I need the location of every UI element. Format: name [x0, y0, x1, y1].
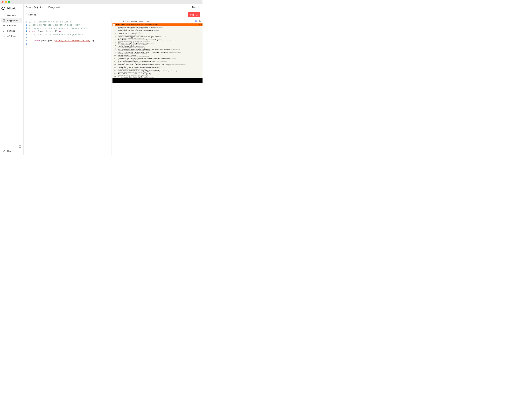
hn-story-subtext[interactable]: 193 points by gdrrt 20 hours ago | hide …: [118, 72, 202, 73]
browser-url-bar[interactable]: https://news.ycombinator.com/: [125, 20, 193, 23]
code-line[interactable]: 8};: [23, 42, 111, 45]
hn-story-title[interactable]: Masks, Smoke, and Mirrors: The story of …: [118, 70, 159, 72]
hn-story-title[interactable]: The Software You Need for Holiday Overde…: [118, 30, 153, 31]
hn-story-title[interactable]: Show HN: I made a website to semanticall…: [118, 39, 162, 41]
hn-story-title[interactable]: Bit Vectors and my first steps into asse…: [118, 42, 148, 44]
project-selector[interactable]: Default Project: [26, 6, 44, 8]
hn-upvote-icon[interactable]: ▲: [116, 73, 118, 76]
hn-story-subtext[interactable]: 983 points by pshagillend 12 hours ago |…: [118, 56, 202, 57]
copy-url-button[interactable]: [195, 20, 197, 23]
hn-nav-new[interactable]: new: [126, 24, 129, 25]
hn-upvote-icon[interactable]: ▲: [116, 70, 118, 73]
hn-story-subtext[interactable]: 23 points by laladrik 5 hours ago | hide…: [118, 47, 202, 48]
collapse-sidebar-button[interactable]: [18, 145, 22, 149]
hn-nav-past[interactable]: past: [130, 24, 133, 25]
hn-upvote-icon[interactable]: ▲: [116, 30, 118, 32]
code-editor[interactable]: 1// Full puppeteer API is available2// p…: [23, 19, 111, 155]
hn-story-subtext[interactable]: 28 points by pseudolus 7 hours ago | hid…: [118, 69, 202, 70]
hn-nav-submit[interactable]: submit: [154, 24, 158, 25]
hn-story-domain[interactable]: (dbos.dev): [154, 30, 159, 31]
hn-story-subtext[interactable]: 104 points by aquastorm 16 hours ago | h…: [118, 65, 202, 67]
hn-story-title[interactable]: Navtive FlameGraphViewer: [118, 45, 137, 47]
hn-story-subtext[interactable]: 36 points by KraftyOne 4 hours ago | hid…: [118, 31, 202, 32]
code-line[interactable]: 4async ({page, browser}) => {: [23, 30, 111, 33]
hn-story-title[interactable]: OKRs for Evil and Good: [118, 33, 134, 34]
hn-story-subtext[interactable]: 331 points by ryegoy_24 14 hours ago | h…: [118, 75, 202, 76]
code-line[interactable]: 7 await page.goto("https://news.ycombina…: [23, 39, 111, 42]
help-link[interactable]: Help: [1, 149, 22, 153]
code-line[interactable]: 5 // Your custom automation code goes he…: [23, 33, 111, 36]
hn-upvote-icon[interactable]: ▲: [116, 51, 118, 54]
code-line[interactable]: 1// Full puppeteer API is available: [23, 20, 111, 23]
minimize-window-button[interactable]: [5, 1, 7, 3]
hn-story-title[interactable]: Exploring LoRA – Part 1: The Idea Behind…: [118, 64, 169, 65]
hn-story-subtext[interactable]: 43 points by janezla 11 hours ago | hide…: [118, 62, 202, 63]
hn-upvote-icon[interactable]: ▲: [116, 76, 118, 78]
hn-story-domain[interactable]: (github.com/jaennaet): [169, 52, 181, 53]
hn-upvote-icon[interactable]: ▲: [116, 45, 118, 48]
hn-story-domain[interactable]: (smidt.dev): [148, 42, 154, 44]
hn-story-domain[interactable]: (admiralcloudberg.medium.com): [159, 70, 177, 72]
hn-upvote-icon[interactable]: ▲: [116, 33, 118, 36]
code-line[interactable]: 6: [23, 36, 111, 39]
hn-story-title[interactable]: CRT Simulation in a GPU Shader, Looks Be…: [118, 48, 170, 50]
hn-nav-comments[interactable]: comments: [134, 24, 141, 25]
browser-back-button[interactable]: [114, 20, 116, 23]
hn-story-subtext[interactable]: 51 points by zdw 7 hours ago | hide | 18…: [118, 38, 202, 39]
hn-story-domain[interactable]: (blurbusters.com): [170, 48, 180, 50]
hn-upvote-icon[interactable]: ▲: [116, 48, 118, 51]
hn-upvote-icon[interactable]: ▲: [116, 39, 118, 42]
hn-story-subtext[interactable]: 904 points by ajdude 17 hours ago | hide…: [118, 53, 202, 54]
sidebar-item-playground[interactable]: Playground: [1, 18, 22, 23]
hn-nav-jobs[interactable]: jobs: [150, 24, 153, 25]
hn-story-domain[interactable]: (github.com/siapy): [157, 61, 167, 62]
hn-story-subtext[interactable]: 128 points by bangonkeyboard 14 hours ag…: [118, 50, 202, 51]
sidebar-item-settings[interactable]: Settings: [1, 28, 22, 33]
browser-reload-button[interactable]: [122, 20, 124, 23]
hn-story-domain[interactable]: (laladrik.xyz): [137, 45, 144, 47]
hn-story-domain[interactable]: (jessitron.com): [135, 33, 143, 34]
hn-story-title[interactable]: macOS menu bar app that shows how full t…: [118, 51, 169, 53]
hn-story-title[interactable]: Are Immutable Linux Distros right for yo…: [118, 76, 147, 78]
hn-story-domain[interactable]: (wolfram.com): [151, 73, 159, 75]
hn-story-subtext[interactable]: 53 points by thunderbong 9 hours ago | h…: [118, 44, 202, 45]
hn-upvote-icon[interactable]: ▲: [116, 36, 118, 39]
hn-login-link[interactable]: login: [199, 24, 202, 25]
close-window-button[interactable]: [2, 1, 4, 3]
sidebar-item-overview[interactable]: Overview: [1, 13, 22, 18]
stop-button[interactable]: Stop: [188, 12, 200, 17]
hn-story-domain[interactable]: (utcc.utoronto.ca): [162, 36, 171, 38]
hn-story-title[interactable]: Spectral Imaging Made Easy: A Powerful P…: [118, 61, 156, 62]
hn-upvote-icon[interactable]: ▲: [116, 57, 118, 60]
hn-upvote-icon[interactable]: ▲: [116, 27, 118, 30]
hn-story-domain[interactable]: (phys.org): [170, 58, 176, 59]
docs-link[interactable]: Docs: [192, 6, 200, 8]
hn-story-title[interactable]: T * sin (t)' ≈ Ornamented Christmas Tree…: [118, 73, 151, 75]
code-line[interactable]: 2// page represents a puppeteer page obj…: [23, 23, 111, 26]
hn-nav-ask[interactable]: ask: [142, 24, 144, 25]
hn-story-domain[interactable]: (linuxblog.io): [147, 76, 154, 78]
sidebar-item-api-keys[interactable]: API Keys: [1, 33, 22, 39]
browser-forward-button[interactable]: [118, 20, 120, 23]
hn-upvote-icon[interactable]: ▲: [116, 42, 118, 45]
inspect-button[interactable]: [199, 20, 201, 23]
hn-story-title[interactable]: Unforgeable Quantum Tokens Delivered ove…: [118, 67, 159, 69]
hn-story-domain[interactable]: (ieee.org): [159, 67, 164, 69]
hn-story-subtext[interactable]: 43 points by wglb 4 hours ago | hide | 4…: [118, 59, 202, 60]
hn-story-subtext[interactable]: 22 points by zdw 3 hours ago | hide | 2 …: [118, 34, 202, 36]
maximize-window-button[interactable]: [8, 1, 10, 3]
hn-story-domain[interactable]: (medium.com/inspiredbrilliance): [169, 64, 187, 65]
hn-story-title[interactable]: When power cycling your (x86) server isn…: [118, 36, 161, 38]
hn-brand[interactable]: Hacker News: [116, 24, 125, 25]
hn-story-domain[interactable]: (youtube.com): [155, 27, 163, 28]
sidebar-item-sessions[interactable]: Sessions: [1, 23, 22, 28]
hn-story-title[interactable]: This open problem taught me what topolog…: [118, 27, 155, 28]
hn-upvote-icon[interactable]: ▲: [116, 64, 118, 67]
hn-nav-show[interactable]: show: [146, 24, 149, 25]
hn-logo-icon[interactable]: Y: [113, 23, 115, 26]
hn-story-title[interactable]: Merry Christmas Everyone: [118, 54, 136, 56]
hn-upvote-icon[interactable]: ▲: [116, 54, 118, 57]
code-line[interactable]: 3// browser represents a puppeteer brows…: [23, 27, 111, 30]
hn-story-title[interactable]: Giant sloths and mastodons lived with hu…: [118, 57, 170, 59]
hn-story-subtext[interactable]: 218 points by auproustaik 9 hours ago | …: [118, 28, 202, 30]
